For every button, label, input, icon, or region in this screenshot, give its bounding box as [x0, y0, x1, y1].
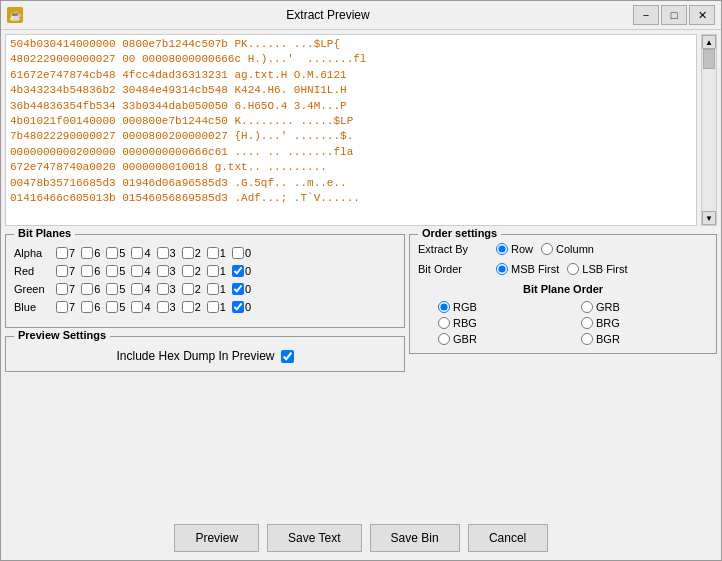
alpha-check-0[interactable] [232, 247, 244, 259]
bpo-brg-radio[interactable] [581, 317, 593, 329]
hex-line: 0000000000200000 0000000000666c61 .... .… [10, 145, 692, 160]
scroll-up-button[interactable]: ▲ [702, 35, 716, 49]
bit-order-label: Bit Order [418, 263, 488, 275]
bpo-gbr-radio[interactable] [438, 333, 450, 345]
title-bar-left: ☕ [7, 7, 23, 23]
vertical-scrollbar[interactable]: ▲ ▼ [701, 34, 717, 226]
extract-by-row-radio[interactable] [496, 243, 508, 255]
scroll-thumb[interactable] [703, 49, 715, 69]
include-hex-checkbox[interactable] [281, 350, 294, 363]
blue-check-2[interactable] [182, 301, 194, 313]
hex-line: 4802229000000027 00 00008000000666c H.).… [10, 52, 692, 67]
hex-line: 4b343234b54836b2 30484e49314cb548 K424.H… [10, 83, 692, 98]
bpo-rgb-text: RGB [453, 301, 477, 313]
green-check-0[interactable] [232, 283, 244, 295]
alpha-check-4[interactable] [131, 247, 143, 259]
scroll-track[interactable] [702, 49, 716, 211]
bit-order-row: Bit Order MSB First LSB First [418, 263, 708, 275]
save-text-button[interactable]: Save Text [267, 524, 361, 552]
save-bin-button[interactable]: Save Bin [370, 524, 460, 552]
blue-check-6[interactable] [81, 301, 93, 313]
order-settings-label: Order settings [418, 227, 501, 239]
red-check-1[interactable] [207, 265, 219, 277]
alpha-bit2: 2 [182, 247, 205, 259]
red-check-4[interactable] [131, 265, 143, 277]
bpo-bgr-radio[interactable] [581, 333, 593, 345]
preview-settings-label: Preview Settings [14, 329, 110, 341]
hex-line: 36b44836354fb534 33b0344dab050050 6.H65O… [10, 99, 692, 114]
green-check-6[interactable] [81, 283, 93, 295]
minimize-button[interactable]: − [633, 5, 659, 25]
bit-plane-order-label: Bit Plane Order [418, 283, 708, 295]
alpha-check-2[interactable] [182, 247, 194, 259]
msb-first-radio[interactable] [496, 263, 508, 275]
alpha-check-5[interactable] [106, 247, 118, 259]
red-check-2[interactable] [182, 265, 194, 277]
blue-check-5[interactable] [106, 301, 118, 313]
title-bar: ☕ Extract Preview − □ ✕ [1, 1, 721, 30]
alpha-bit7: 7 [56, 247, 79, 259]
include-hex-label: Include Hex Dump In Preview [116, 349, 274, 363]
red-row: Red 7 6 5 4 3 2 1 0 [14, 265, 396, 277]
bpo-rbg-text: RBG [453, 317, 477, 329]
blue-row: Blue 7 6 5 4 3 2 1 0 [14, 301, 396, 313]
red-check-5[interactable] [106, 265, 118, 277]
blue-check-0[interactable] [232, 301, 244, 313]
extract-by-radios: Row Column [496, 243, 594, 255]
alpha-bit0: 0 [232, 247, 255, 259]
blue-check-1[interactable] [207, 301, 219, 313]
bpo-brg-item: BRG [581, 317, 708, 329]
blue-check-3[interactable] [157, 301, 169, 313]
green-check-3[interactable] [157, 283, 169, 295]
bpo-rgb-item: RGB [438, 301, 565, 313]
alpha-bit1: 1 [207, 247, 230, 259]
bottom-section: Bit Planes Alpha 7 6 5 4 3 2 1 0 [1, 230, 721, 516]
green-label: Green [14, 283, 54, 295]
scroll-down-button[interactable]: ▼ [702, 211, 716, 225]
alpha-bit3: 3 [157, 247, 180, 259]
lsb-first-radio[interactable] [567, 263, 579, 275]
lsb-first-item: LSB First [567, 263, 627, 275]
alpha-check-1[interactable] [207, 247, 219, 259]
close-button[interactable]: ✕ [689, 5, 715, 25]
blue-check-7[interactable] [56, 301, 68, 313]
green-check-7[interactable] [56, 283, 68, 295]
red-label: Red [14, 265, 54, 277]
blue-check-4[interactable] [131, 301, 143, 313]
hex-display: 504b030414000000 0800e7b1244c507b PK....… [5, 34, 697, 226]
alpha-label: Alpha [14, 247, 54, 259]
bit-plane-order-grid: RGB GRB RBG [418, 301, 708, 345]
bit-order-radios: MSB First LSB First [496, 263, 628, 275]
bpo-brg-text: BRG [596, 317, 620, 329]
alpha-row: Alpha 7 6 5 4 3 2 1 0 [14, 247, 396, 259]
bpo-gbr-text: GBR [453, 333, 477, 345]
preview-button[interactable]: Preview [174, 524, 259, 552]
right-panel: Order settings Extract By Row Column [409, 234, 717, 512]
alpha-check-7[interactable] [56, 247, 68, 259]
maximize-button[interactable]: □ [661, 5, 687, 25]
bpo-grb-item: GRB [581, 301, 708, 313]
bpo-grb-radio[interactable] [581, 301, 593, 313]
lsb-first-text: LSB First [582, 263, 627, 275]
red-check-6[interactable] [81, 265, 93, 277]
green-check-5[interactable] [106, 283, 118, 295]
preview-area: 504b030414000000 0800e7b1244c507b PK....… [1, 30, 721, 230]
extract-by-column-radio[interactable] [541, 243, 553, 255]
green-check-4[interactable] [131, 283, 143, 295]
bpo-rgb-radio[interactable] [438, 301, 450, 313]
content-area: 504b030414000000 0800e7b1244c507b PK....… [1, 30, 721, 560]
alpha-check-3[interactable] [157, 247, 169, 259]
cancel-button[interactable]: Cancel [468, 524, 548, 552]
hex-line: 61672e747874cb48 4fcc4dad36313231 ag.txt… [10, 68, 692, 83]
hex-line: 00478b35716685d3 01946d06a96585d3 .G.5qf… [10, 176, 692, 191]
app-icon: ☕ [7, 7, 23, 23]
bpo-rbg-radio[interactable] [438, 317, 450, 329]
alpha-check-6[interactable] [81, 247, 93, 259]
red-check-7[interactable] [56, 265, 68, 277]
green-check-2[interactable] [182, 283, 194, 295]
red-check-0[interactable] [232, 265, 244, 277]
red-check-3[interactable] [157, 265, 169, 277]
green-check-1[interactable] [207, 283, 219, 295]
hex-line: 4b01021f00140000 000800e7b1244c50 K.....… [10, 114, 692, 129]
msb-first-text: MSB First [511, 263, 559, 275]
